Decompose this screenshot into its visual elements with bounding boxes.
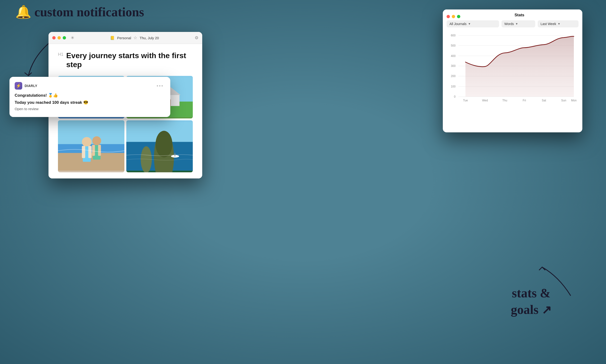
chart-icon: ↗	[542, 303, 552, 316]
svg-text:100: 100	[451, 85, 456, 88]
notification-body: Congratulations! 🥇👍 Today you reached 10…	[15, 92, 164, 112]
journal-name: Personal	[117, 36, 131, 40]
svg-point-21	[82, 137, 92, 146]
svg-text:Mon: Mon	[571, 99, 577, 102]
stats-filter-words[interactable]: Words ▼	[501, 20, 535, 27]
stats-titlebar: Stats	[443, 10, 582, 20]
svg-text:Sun: Sun	[561, 99, 566, 102]
journal-heading-row: H1 Every journey starts with the first s…	[58, 51, 193, 69]
svg-text:Thu: Thu	[502, 99, 507, 102]
notification-options-icon[interactable]: •••	[157, 83, 164, 89]
journal-settings-icon[interactable]: ⚙	[195, 35, 199, 40]
stats-chart-svg: 600 500 400 300 200 100 0	[446, 31, 579, 108]
journal-notebook-icon: 📒	[110, 36, 115, 40]
stats-window: Stats All Journals ▼ Words ▼ Last Week ▼	[443, 10, 582, 132]
stats-traffic-light-red[interactable]	[446, 15, 450, 18]
notification-line2: Today you reached 100 days streak 😎	[15, 100, 164, 106]
svg-text:0: 0	[454, 95, 456, 98]
rock-ocean-svg	[126, 120, 193, 172]
journal-plus-icon: ✳	[71, 35, 74, 40]
svg-rect-27	[92, 145, 95, 156]
svg-text:300: 300	[451, 64, 456, 68]
notification-line1: Congratulations! 🥇👍	[15, 92, 164, 99]
svg-text:400: 400	[451, 54, 456, 58]
journal-titlebar: ✳ 📒 Personal ☆ Thu, July 20 ⚙	[49, 32, 202, 44]
journal-date: Thu, July 20	[140, 36, 159, 40]
kids-beach-svg	[58, 120, 124, 172]
svg-text:600: 600	[451, 34, 456, 37]
words-label: Words	[504, 22, 514, 26]
svg-point-32	[156, 131, 173, 157]
traffic-lights	[52, 36, 66, 39]
stats-filter-time[interactable]: Last Week ▼	[538, 20, 579, 27]
stats-chart: 600 500 400 300 200 100 0	[443, 31, 582, 113]
svg-text:Sat: Sat	[542, 99, 546, 102]
stats-traffic-light-yellow[interactable]	[452, 15, 455, 18]
words-chevron-icon: ▼	[515, 22, 518, 26]
svg-text:200: 200	[451, 75, 456, 78]
svg-rect-23	[82, 146, 85, 158]
notification-header: ⚡ DIARLY •••	[15, 82, 164, 90]
app-name: DIARLY	[25, 84, 37, 88]
svg-point-25	[92, 136, 101, 145]
notification-app-info: ⚡ DIARLY	[15, 82, 37, 90]
bell-icon: 🔔	[15, 5, 31, 19]
bottom-annotation: stats &goals ↗	[511, 285, 552, 318]
stats-window-title: Stats	[460, 13, 579, 20]
journal-image-kids-beach	[58, 120, 124, 172]
journals-chevron-icon: ▼	[468, 22, 471, 26]
top-annotation: 🔔 custom notifications	[15, 4, 144, 20]
time-label: Last Week	[540, 22, 556, 26]
notification-card[interactable]: ⚡ DIARLY ••• Congratulations! 🥇👍 Today y…	[10, 77, 170, 117]
journal-titlebar-center: 📒 Personal ☆ Thu, July 20	[77, 35, 192, 40]
journal-title[interactable]: Every journey starts with the first step	[66, 51, 193, 69]
traffic-light-yellow[interactable]	[57, 36, 61, 39]
journal-star-icon[interactable]: ☆	[134, 35, 137, 40]
svg-text:Fri: Fri	[523, 99, 526, 102]
traffic-light-red[interactable]	[52, 36, 55, 39]
diarly-app-icon: ⚡	[15, 82, 22, 90]
scene: 🔔 custom notifications stats &goals ↗ ✳ …	[0, 0, 606, 364]
time-chevron-icon: ▼	[557, 22, 560, 26]
svg-rect-28	[98, 145, 101, 156]
h1-label: H1	[58, 51, 63, 57]
all-journals-label: All Journals	[449, 22, 466, 26]
notification-subtitle[interactable]: Open to review	[15, 106, 164, 112]
svg-text:Tue: Tue	[463, 99, 468, 102]
stats-traffic-light-green[interactable]	[457, 15, 460, 18]
traffic-light-green[interactable]	[63, 36, 66, 39]
stats-filters: All Journals ▼ Words ▼ Last Week ▼	[443, 20, 582, 31]
svg-text:Wed: Wed	[482, 99, 488, 102]
journal-image-rock-ocean	[126, 120, 193, 172]
custom-notifications-text: custom notifications	[35, 5, 144, 19]
svg-text:500: 500	[451, 44, 456, 47]
svg-rect-24	[88, 146, 92, 158]
stats-filter-journals[interactable]: All Journals ▼	[446, 20, 499, 27]
stats-traffic-lights	[446, 15, 460, 18]
